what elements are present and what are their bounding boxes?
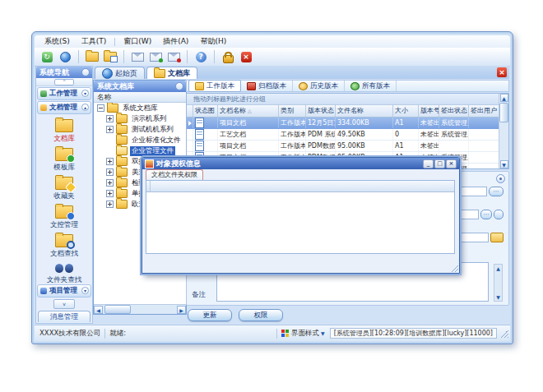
tree-pin-button[interactable] bbox=[175, 82, 183, 90]
column-header-类别[interactable]: 类别 bbox=[279, 105, 306, 117]
tab-所有版本[interactable]: 所有版本 bbox=[345, 81, 397, 91]
sidebar-item-文档库[interactable]: 文档库 bbox=[36, 118, 92, 145]
sidebar-item-模板库[interactable]: 模板库 bbox=[36, 146, 92, 173]
tree-node-企业标准化文件[interactable]: 企业标准化文件 bbox=[94, 135, 186, 145]
interface-style-icon bbox=[281, 330, 289, 337]
tab-起始页[interactable]: 起始页 bbox=[95, 67, 145, 79]
nav-section-文档管理[interactable]: 文档管理▴ bbox=[37, 101, 91, 114]
tree-node-演示机系列[interactable]: 演示机系列 bbox=[94, 113, 186, 124]
column-header-文档名称[interactable]: 文档名称△ bbox=[218, 105, 279, 117]
close-tab-icon[interactable]: × bbox=[497, 67, 507, 77]
tab-归档版本[interactable]: 归档版本 bbox=[241, 81, 293, 91]
small-button[interactable] bbox=[494, 210, 504, 219]
toolbar-button-open-folder[interactable] bbox=[85, 49, 100, 64]
tab-文档库[interactable]: 文档库 bbox=[146, 67, 197, 79]
toolbar-button-mail[interactable] bbox=[130, 49, 145, 64]
maximize-icon[interactable]: □ bbox=[434, 159, 445, 168]
toolbar-button-lock[interactable] bbox=[220, 49, 235, 64]
expand-icon[interactable] bbox=[106, 126, 114, 133]
column-header-状态图[interactable]: 状态图 bbox=[193, 105, 218, 117]
sidebar-item-收藏夹[interactable]: 收藏夹 bbox=[36, 175, 92, 202]
tab-历史版本[interactable]: 历史版本 bbox=[293, 81, 345, 91]
sidebar-collapse-strip[interactable]: ^ bbox=[36, 78, 92, 86]
expand-icon[interactable] bbox=[106, 115, 114, 122]
tree-panel-header[interactable]: 系统文档库 bbox=[94, 81, 186, 92]
cell-文档名称: 工艺文档 bbox=[218, 129, 279, 140]
menu-item-5[interactable]: 帮助(H) bbox=[195, 35, 231, 48]
interface-style-label[interactable]: 界面样式 bbox=[291, 329, 319, 339]
column-header-大小[interactable]: 大小 bbox=[393, 105, 419, 117]
scroll-up-icon[interactable]: ▲ bbox=[494, 265, 502, 272]
tree-node-系统文档库[interactable]: 系统文档库 bbox=[94, 103, 186, 113]
column-header-版本号[interactable]: 版本号 bbox=[419, 105, 439, 117]
expand-icon[interactable] bbox=[106, 158, 114, 165]
toolbar-button-exit[interactable]: × bbox=[239, 49, 253, 64]
arch-version-icon bbox=[247, 82, 256, 90]
open-folder-icon[interactable] bbox=[490, 233, 504, 242]
chevron-down-icon[interactable]: ▼ bbox=[321, 330, 325, 336]
gear-icon[interactable] bbox=[496, 174, 505, 183]
menu-item-4[interactable]: 插件(A) bbox=[158, 35, 193, 48]
collapse-icon[interactable] bbox=[97, 104, 104, 112]
scroll-thumb[interactable] bbox=[104, 305, 131, 314]
section-expand-icon[interactable]: ▾ bbox=[81, 287, 89, 294]
tab-folder-permissions[interactable]: 文档文件夹权限 bbox=[146, 169, 203, 180]
table-row[interactable]: 项目文档工作版本PDM数据整理方案.doc95.00KBA1未签出 bbox=[187, 141, 499, 152]
remark-scrollbar[interactable]: ▲ ▼ bbox=[494, 264, 503, 302]
sidebar-pin-button[interactable] bbox=[81, 68, 90, 76]
section-collapse-icon[interactable]: ▴ bbox=[81, 104, 89, 111]
column-header-签出状态[interactable]: 签出状态 bbox=[439, 105, 469, 117]
table-row[interactable]: 工艺文档工作版本PDM 系统数据整理..49.50KB0未签出系统管理员 bbox=[187, 129, 499, 141]
scroll-left-icon[interactable]: ◀ bbox=[94, 306, 103, 314]
sidebar-item-文档查找[interactable]: 文档查找 bbox=[36, 233, 92, 260]
grid-vertical-scrollbar[interactable]: ▲ ▼ bbox=[499, 94, 508, 168]
tab-message-management[interactable]: 消息管理 bbox=[38, 311, 90, 322]
menu-item-2[interactable]: 工具(T) bbox=[77, 35, 112, 48]
group-by-band[interactable]: 拖动列标题到此进行分组 bbox=[187, 94, 499, 105]
dialog-resize-grip[interactable] bbox=[451, 265, 458, 272]
expand-icon[interactable] bbox=[106, 201, 114, 208]
sidebar-item-文控管理[interactable]: 文控管理 bbox=[36, 204, 92, 231]
column-header-版本状态[interactable]: 版本状态 bbox=[306, 105, 336, 117]
scroll-right-icon[interactable]: ▶ bbox=[177, 306, 186, 314]
expand-icon[interactable] bbox=[106, 168, 114, 176]
resize-grip[interactable] bbox=[500, 330, 508, 338]
menu-item-1[interactable]: 系统(S) bbox=[39, 35, 75, 48]
toolbar-button-globe[interactable] bbox=[58, 49, 72, 64]
toolbar-button-mail-send[interactable] bbox=[148, 49, 163, 64]
sidebar-item-label: 文控管理 bbox=[50, 220, 78, 230]
button-权限[interactable]: 权限 bbox=[239, 309, 283, 321]
scroll-thumb[interactable] bbox=[499, 103, 508, 122]
scroll-up-icon[interactable]: ▲ bbox=[500, 94, 508, 102]
toolbar-button-sync[interactable]: ↻ bbox=[39, 49, 54, 64]
toolbar-button-folder-window[interactable] bbox=[103, 49, 118, 64]
section-expand-icon[interactable]: ▾ bbox=[81, 90, 89, 97]
scroll-down-icon[interactable]: ▼ bbox=[494, 293, 502, 301]
tab-工作版本[interactable]: 工作版本 bbox=[188, 80, 241, 92]
toolbar-button-help[interactable]: ? bbox=[193, 49, 208, 64]
menu-item-3[interactable]: 窗口(W) bbox=[118, 35, 156, 48]
tree-horizontal-scrollbar[interactable]: ◀ ▶ bbox=[94, 304, 186, 314]
nav-section-工作管理[interactable]: 工作管理▾ bbox=[37, 87, 91, 100]
column-header-签出用户[interactable]: 签出用户 bbox=[469, 105, 499, 117]
tree-node-测试机机系列[interactable]: 测试机机系列 bbox=[94, 124, 186, 135]
sidebar-more-combo[interactable]: v bbox=[53, 299, 75, 309]
scroll-down-icon[interactable]: ▼ bbox=[500, 160, 508, 168]
sidebar-header[interactable]: 系统导航 bbox=[36, 67, 92, 78]
cell-版本号: 未签出 bbox=[419, 141, 439, 151]
close-icon[interactable]: × bbox=[446, 159, 457, 168]
dialog-title-bar[interactable]: 对象授权信息 _□× bbox=[142, 158, 459, 169]
expand-icon[interactable] bbox=[106, 190, 114, 197]
toolbar-button-mail-mark[interactable] bbox=[166, 49, 181, 64]
column-header-文件名称[interactable]: 文件名称 bbox=[336, 105, 393, 117]
nav-section-项目管理[interactable]: 项目管理▾ bbox=[37, 284, 91, 297]
table-row[interactable]: 项目文档工作版本12月5日万兴隆同行..334.00KBA1未签出系统管理员 bbox=[187, 118, 499, 129]
sidebar-item-文件夹查找[interactable]: 文件夹查找 bbox=[36, 261, 92, 284]
tree-column-header[interactable]: 名称 bbox=[94, 92, 186, 103]
button-更新[interactable]: 更新 bbox=[188, 309, 232, 321]
tree-node-企业管理文件[interactable]: 企业管理文件 bbox=[94, 145, 186, 156]
ellipsis-button[interactable]: ⋯ bbox=[480, 210, 492, 219]
ellipsis-button[interactable]: ⋯ bbox=[489, 187, 504, 196]
expand-icon[interactable] bbox=[106, 179, 114, 187]
minimize-icon[interactable]: _ bbox=[423, 159, 434, 168]
